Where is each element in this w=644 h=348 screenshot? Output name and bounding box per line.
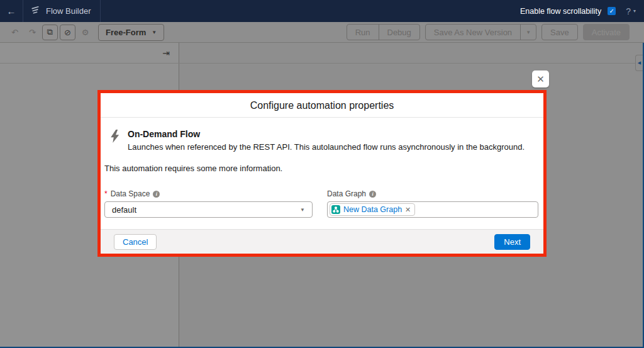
data-graph-input[interactable]: New Data Graph ✕ <box>327 201 538 218</box>
data-space-label-row: * Data Space i <box>104 189 313 198</box>
data-graph-pill[interactable]: New Data Graph ✕ <box>330 203 415 216</box>
scrollability-checkbox[interactable]: ✓ <box>608 7 616 15</box>
scrollability-label: Enable flow scrollability <box>520 7 601 16</box>
chevron-down-icon: ▼ <box>300 207 305 213</box>
modal-body: On-Demand Flow Launches when referenced … <box>101 118 543 229</box>
chevron-down-icon: ▾ <box>633 8 636 14</box>
modal-title: Configure automation properties <box>101 93 543 118</box>
cancel-button[interactable]: Cancel <box>114 234 157 250</box>
data-graph-label: Data Graph <box>327 189 366 198</box>
flow-builder-app: ← Flow Builder Enable flow scrollability… <box>0 0 644 348</box>
top-navbar: ← Flow Builder Enable flow scrollability… <box>0 0 644 22</box>
data-space-field: * Data Space i default ▼ <box>104 189 313 218</box>
app-header: Flow Builder <box>23 0 100 22</box>
flow-type-heading: On-Demand Flow <box>128 129 525 139</box>
help-icon: ? <box>626 6 631 16</box>
flow-type-description: Launches when referenced by the REST API… <box>128 142 525 152</box>
app-title: Flow Builder <box>46 6 91 16</box>
flow-builder-icon <box>30 5 40 18</box>
configure-automation-modal: Configure automation properties On-Deman… <box>101 93 543 254</box>
data-graph-label-row: Data Graph i <box>327 189 538 198</box>
back-icon[interactable]: ← <box>0 0 23 22</box>
next-button[interactable]: Next <box>494 234 530 250</box>
required-marker: * <box>104 189 108 198</box>
data-graph-icon <box>331 205 340 214</box>
data-space-select[interactable]: default ▼ <box>104 201 313 218</box>
data-graph-pill-text: New Data Graph <box>343 205 402 214</box>
modal-footer: Cancel Next <box>101 229 543 254</box>
remove-pill-icon[interactable]: ✕ <box>405 206 411 214</box>
navbar-divider <box>100 0 101 22</box>
info-icon[interactable]: i <box>369 191 376 198</box>
modal-highlight-border: Configure automation properties On-Deman… <box>97 90 547 257</box>
flow-type-text: On-Demand Flow Launches when referenced … <box>128 129 525 152</box>
navbar-right: Enable flow scrollability ✓ ? ▾ <box>520 6 644 16</box>
data-space-value: default <box>112 205 136 215</box>
modal-fields: * Data Space i default ▼ Data Graph i <box>104 189 538 218</box>
lightning-bolt-icon <box>110 130 119 152</box>
data-space-label: Data Space <box>111 189 150 198</box>
help-menu-button[interactable]: ? ▾ <box>626 6 636 16</box>
close-icon[interactable]: ✕ <box>532 70 549 87</box>
data-graph-field: Data Graph i <box>327 189 538 218</box>
flow-type-summary: On-Demand Flow Launches when referenced … <box>110 129 538 152</box>
more-info-text: This automation requires some more infor… <box>104 164 538 173</box>
info-icon[interactable]: i <box>153 191 160 198</box>
